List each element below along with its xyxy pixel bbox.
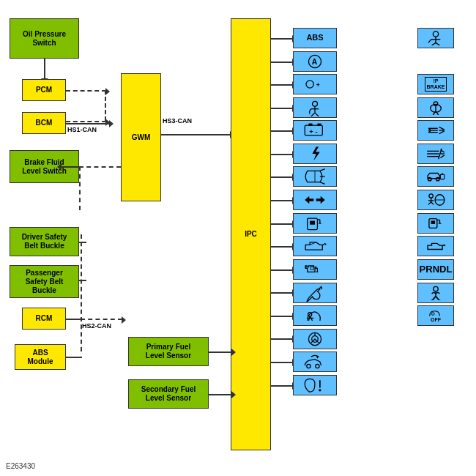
svg-line-4 [436,42,439,45]
traction-icon [302,145,328,163]
airbag-icon [425,100,446,115]
hs2-can-label: HS2-CAN [82,322,111,330]
ind-battery: + - [293,120,337,141]
tpms2-icon [302,376,328,394]
ind-restraint-right [417,283,454,303]
alternator-icon: A [302,53,328,70]
ind-airbag [293,213,337,234]
svg-point-74 [431,312,434,315]
oil2-icon [425,239,446,253]
ind-restraint [293,329,337,349]
svg-line-27 [439,127,445,130]
svg-marker-45 [305,196,313,204]
svg-point-47 [429,194,433,198]
svg-line-50 [431,202,434,205]
rcm-label: RCM [36,314,53,323]
svg-rect-55 [310,221,315,225]
svg-rect-60 [431,220,435,224]
ind-seatbelt-right [417,97,454,118]
svg-point-0 [433,31,438,37]
driver-belt-block: Driver Safety Belt Buckle [10,227,79,256]
ipc-label: IPC [245,230,257,239]
svg-point-10 [313,101,318,106]
engine-icon [302,261,328,278]
airbag2-icon [425,193,446,207]
svg-line-36 [440,155,444,158]
ind-abs-right [417,28,454,48]
tpms-icon [302,330,328,348]
svg-text:+: + [316,81,320,89]
svg-marker-30 [313,147,320,161]
brake-icon: + [302,75,328,93]
brakefluid-gwm-h [79,166,121,168]
ipc-ind13-arrow [271,316,293,317]
pcm-bcm-dash-h2 [66,121,106,122]
svg-point-66 [434,286,438,291]
ind-traction-right [417,144,454,164]
ind-rollover [293,352,337,372]
svg-point-79 [316,364,319,368]
svg-text:+  -: + - [309,127,317,135]
svg-rect-44 [440,174,444,179]
svg-marker-46 [316,196,325,204]
pcm-block: PCM [22,79,66,101]
ind-turn-right [417,190,454,210]
prndl-text: PRNDL [420,264,453,275]
ind-brake-right: !PBRAKE [417,74,454,94]
pcm-bcm-dash-h [66,90,106,92]
svg-point-8 [306,81,313,88]
theft-icon [425,169,446,184]
svg-line-29 [439,131,445,134]
ind-alt: A [293,51,337,72]
gwm-label: GWM [132,133,151,142]
off-icon [426,308,445,317]
passenger-belt-label: Passenger Safety Belt Buckle [26,269,64,295]
ipc-ind12-arrow [271,292,293,294]
svg-point-78 [307,364,310,368]
restraint-icon [425,286,446,300]
svg-line-49 [428,202,431,205]
ipc-ind11-arrow [271,269,293,271]
ind-brake: + [293,74,337,94]
ind-abs: ABS [293,28,337,48]
svg-line-41 [320,182,325,185]
svg-text:A: A [312,58,318,66]
ind-headlamp-right [417,166,454,187]
pcm-label: PCM [36,86,52,94]
ind-fuel-right [417,236,454,256]
ind-airbag-right [417,213,454,234]
rcm-block: RCM [22,308,66,330]
hs1-can-label: HS1-CAN [67,126,97,133]
turn-icon [302,191,328,209]
ipc-ind5-arrow [271,130,293,132]
passenger-belt-bus [79,280,86,281]
passenger-belt-block: Passenger Safety Belt Buckle [10,265,79,298]
driver-belt-bus [79,242,86,243]
footnote: E263430 [6,462,35,470]
svg-rect-65 [310,267,313,269]
svg-line-13 [311,113,315,116]
brake-fluid-line [61,166,79,168]
svg-line-39 [320,169,325,171]
svg-point-82 [319,389,321,391]
ipc-ind3-arrow [271,84,293,86]
headlamp-icon [425,146,446,161]
driver-belt-label: Driver Safety Belt Buckle [22,233,67,250]
svg-line-3 [432,42,436,45]
ipc-ind7-arrow [271,176,293,178]
svg-line-5 [428,40,431,43]
brakefluid-bus-v [79,166,81,210]
fuel2-icon [425,216,446,231]
ind-abs-label: ABS [306,33,323,42]
primary-fuel-block: Primary Fuel Level Sensor [128,337,209,366]
ind-prndl [293,283,337,303]
oil-icon [302,237,328,255]
gwm-block: GWM [121,73,161,201]
primary-fuel-arrow [209,352,232,353]
ipc-ind10-arrow [271,246,293,248]
ind-prndl-right: PRNDL [417,259,454,280]
svg-rect-21 [308,124,312,126]
headlamp2-icon [302,168,328,185]
lowbeam-icon [425,123,446,138]
hs3-can-label: HS3-CAN [163,117,192,124]
